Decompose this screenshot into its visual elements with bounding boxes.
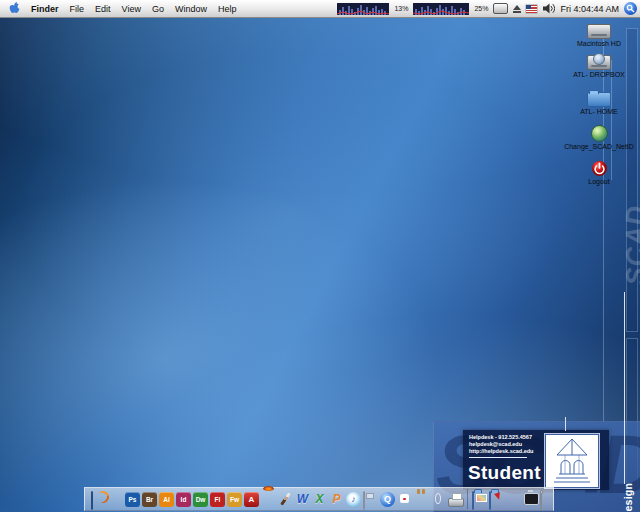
- word-icon: W: [295, 492, 310, 507]
- cpu-history-meter[interactable]: [337, 3, 389, 15]
- dock-item-toast[interactable]: [414, 492, 429, 507]
- logout-power-icon: [560, 159, 638, 177]
- fireworks-icon: Fw: [227, 492, 242, 507]
- helpdesk-url: http://helpdesk.scad.edu: [469, 448, 533, 455]
- dock-item-illustrator[interactable]: Ai: [159, 492, 174, 507]
- dock-item-paintbrush-app[interactable]: [278, 492, 293, 507]
- menu-edit[interactable]: Edit: [95, 4, 111, 14]
- illustrator-icon: Ai: [159, 492, 174, 507]
- desktop-icon-macintosh-hd[interactable]: Macintosh HD: [560, 21, 638, 48]
- pictures-folder-icon: [472, 491, 474, 510]
- divider-rule: [469, 457, 527, 458]
- desktop-icon-label: ATL- DROPBOX: [560, 71, 638, 79]
- menu-bar: Finder File Edit View Go Window Help: [0, 0, 640, 18]
- dock-item-folder-pictures[interactable]: [472, 492, 487, 507]
- bridge-icon: Br: [142, 492, 157, 507]
- dock-item-display[interactable]: [523, 492, 538, 507]
- dreamweaver-icon: Dw: [193, 492, 208, 507]
- menu-bar-left: Finder File Edit View Go Window Help: [0, 1, 236, 16]
- ipod-icon: [363, 491, 365, 510]
- apple-menu-icon[interactable]: [9, 1, 20, 16]
- dock-item-ipod[interactable]: [363, 492, 378, 507]
- photoshop-icon: Ps: [125, 492, 140, 507]
- role-label: Student: [468, 462, 541, 484]
- scad-vertical-title: Savannah College of Art and Design: [622, 483, 634, 512]
- desktop-icon-label: Logout: [560, 178, 638, 186]
- input-language-flag-icon[interactable]: [526, 5, 537, 13]
- desktop-icon-label: Macintosh HD: [560, 40, 638, 48]
- itunes-icon: [346, 492, 361, 507]
- menu-clock[interactable]: Fri 4:04:44 AM: [560, 4, 619, 14]
- dock-item-word[interactable]: W: [295, 492, 310, 507]
- vertical-divider-line: [624, 292, 625, 484]
- dock-item-bridge[interactable]: Br: [142, 492, 157, 507]
- menu-help[interactable]: Help: [218, 4, 237, 14]
- student-info-panel: Helpdesk - 912.525.4567 helpdesk@scad.ed…: [463, 430, 609, 490]
- desktop-icon-atl-home[interactable]: ATL- HOME: [560, 89, 638, 116]
- dock-item-dice-game[interactable]: [397, 492, 412, 507]
- excel-icon: X: [312, 492, 327, 507]
- dock-item-excel[interactable]: X: [312, 492, 327, 507]
- dock-item-internet-globe[interactable]: [431, 492, 446, 507]
- dock-item-powerpoint[interactable]: P: [329, 492, 344, 507]
- dock-item-firefox[interactable]: [108, 492, 123, 507]
- dock-item-quicktime[interactable]: Q: [380, 492, 395, 507]
- finder-icon: [91, 491, 93, 510]
- folder-icon: [560, 89, 638, 107]
- desktop-icon-change-scad-netid[interactable]: Change_SCAD_NetID: [560, 124, 638, 151]
- dock-item-folder-applications[interactable]: [489, 492, 504, 507]
- dock-item-media-orb[interactable]: [261, 492, 276, 507]
- dock-item-printer[interactable]: [448, 492, 463, 507]
- flash-icon: Fl: [210, 492, 225, 507]
- menu-bar-status: 13% 25% Fri 4:04:44: [337, 0, 637, 17]
- dock-item-classic[interactable]: [506, 492, 521, 507]
- hard-drive-icon: [560, 21, 638, 39]
- dock-item-photoshop[interactable]: Ps: [125, 492, 140, 507]
- dock-item-fireworks[interactable]: Fw: [227, 492, 242, 507]
- scad-building-logo: [544, 433, 600, 489]
- desktop-icon-label: Change_SCAD_NetID: [560, 143, 638, 151]
- indesign-icon: Id: [176, 492, 191, 507]
- quicktime-icon: Q: [380, 492, 395, 507]
- globe-icon: [560, 124, 638, 142]
- desktop-screen: SCAD SCAD Savannah College of Art and De…: [0, 0, 640, 512]
- cpu-percentage: 13%: [394, 5, 408, 12]
- menu-view[interactable]: View: [122, 4, 141, 14]
- network-volume-icon: [560, 52, 638, 70]
- menu-window[interactable]: Window: [175, 4, 207, 14]
- menu-app-name[interactable]: Finder: [31, 4, 59, 14]
- desktop-icon-logout[interactable]: Logout: [560, 159, 638, 186]
- spotlight-icon[interactable]: [624, 2, 637, 15]
- memory-history-meter[interactable]: [413, 3, 469, 15]
- helpdesk-phone: Helpdesk - 912.525.4567: [469, 434, 533, 441]
- acrobat-icon: A: [244, 492, 259, 507]
- displays-menu-icon[interactable]: [493, 3, 508, 14]
- helpdesk-email: helpdesk@scad.edu: [469, 441, 533, 448]
- applications-folder-icon: [489, 491, 491, 510]
- volume-icon[interactable]: [542, 3, 555, 14]
- menu-file[interactable]: File: [70, 4, 85, 14]
- helpdesk-info: Helpdesk - 912.525.4567 helpdesk@scad.ed…: [469, 434, 533, 455]
- scad-watermark-small: SCAD: [621, 205, 640, 286]
- dock: Ps Br Ai Id Dw Fl Fw A W X P Q: [84, 487, 554, 511]
- building-lineart-icon: [545, 434, 599, 488]
- menu-go[interactable]: Go: [152, 4, 164, 14]
- dock-item-dreamweaver[interactable]: Dw: [193, 492, 208, 507]
- dock-divider: [467, 489, 468, 509]
- dock-item-acrobat[interactable]: A: [244, 492, 259, 507]
- logo-tick-line: [565, 417, 566, 431]
- dock-item-trash[interactable]: [540, 492, 555, 507]
- desktop-icon-atl-dropbox[interactable]: ATL- DROPBOX: [560, 52, 638, 79]
- dock-item-itunes[interactable]: [346, 492, 361, 507]
- memory-percentage: 25%: [474, 5, 488, 12]
- dock-item-flash[interactable]: Fl: [210, 492, 225, 507]
- trash-icon: [540, 491, 542, 510]
- eject-menu-icon[interactable]: [513, 5, 521, 13]
- powerpoint-icon: P: [329, 492, 344, 507]
- dock-item-indesign[interactable]: Id: [176, 492, 191, 507]
- desktop-icon-label: ATL- HOME: [560, 108, 638, 116]
